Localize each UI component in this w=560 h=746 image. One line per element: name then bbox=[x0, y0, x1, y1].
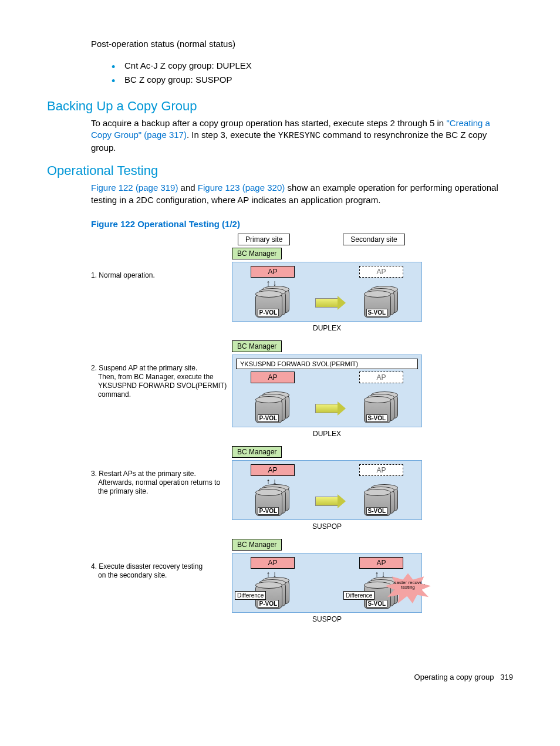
ap-secondary: AP bbox=[359, 464, 403, 476]
bc-manager-label: BC Manager bbox=[232, 446, 282, 458]
ap-secondary-active: AP bbox=[359, 557, 403, 569]
flow-arrow-icon bbox=[315, 404, 339, 413]
heading-backing-up: Backing Up a Copy Group bbox=[47, 99, 513, 114]
figure-caption: Figure 122 Operational Testing (1/2) bbox=[91, 219, 513, 229]
bc-manager-label: BC Manager bbox=[232, 340, 282, 352]
diagram-step-3: AP ↑↓ P-VOL AP bbox=[232, 460, 422, 520]
ap-primary: AP bbox=[251, 372, 294, 383]
link-figure-123[interactable]: Figure 123 (page 320) bbox=[198, 183, 285, 193]
diagram-step-2: YKSUSPND FORWARD SVOL(PERMIT) AP P-VOL bbox=[232, 355, 422, 427]
pvol-icon: P-VOL bbox=[255, 288, 291, 318]
text: and bbox=[178, 183, 197, 193]
list-item: Cnt Ac-J Z copy group: DUPLEX bbox=[112, 59, 513, 73]
status-duplex: DUPLEX bbox=[232, 324, 422, 332]
svol-icon: S-VOL bbox=[364, 487, 399, 516]
status-suspop: SUSPOP bbox=[232, 615, 422, 623]
bc-manager-label: BC Manager bbox=[232, 248, 282, 259]
heading-operational-testing: Operational Testing bbox=[47, 163, 513, 178]
status-list: Cnt Ac-J Z copy group: DUPLEX BC Z copy … bbox=[47, 59, 513, 87]
post-op-status: Post-operation status (normal status) bbox=[91, 38, 513, 50]
flow-arrow-icon bbox=[315, 298, 339, 308]
diagram-step-4: AP ↑↓ Difference P-VOL AP ↑↓ bbox=[232, 553, 422, 613]
backing-up-paragraph: To acquire a backup after a copy group o… bbox=[91, 117, 513, 154]
difference-label: Difference bbox=[235, 591, 266, 600]
primary-site-header: Primary site bbox=[238, 234, 290, 245]
step-4-text: 4. Execute disaster recovery testing on … bbox=[91, 539, 232, 580]
status-suspop: SUSPOP bbox=[232, 522, 422, 531]
ap-secondary: AP bbox=[359, 266, 403, 278]
svol-icon: S-VOL bbox=[364, 288, 399, 318]
difference-label: Difference bbox=[343, 591, 375, 600]
command-bar: YKSUSPND FORWARD SVOL(PERMIT) bbox=[236, 359, 418, 369]
flow-arrow-icon bbox=[315, 497, 339, 506]
text: . In step 3, execute the bbox=[187, 130, 278, 140]
secondary-site-header: Secondary site bbox=[343, 234, 404, 245]
bc-manager-label: BC Manager bbox=[232, 539, 282, 551]
step-3-text: 3. Restart APs at the primary site. Afte… bbox=[91, 446, 232, 496]
footer-section: Operating a copy group bbox=[414, 673, 494, 681]
optest-paragraph: Figure 122 (page 319) and Figure 123 (pa… bbox=[91, 182, 513, 206]
ap-secondary: AP bbox=[359, 372, 403, 383]
list-item: BC Z copy group: SUSPOP bbox=[112, 73, 513, 87]
pvol-icon: P-VOL bbox=[255, 394, 291, 423]
ap-primary: AP bbox=[251, 464, 294, 476]
svol-icon: S-VOL bbox=[364, 394, 399, 423]
page-footer: Operating a copy group 319 bbox=[0, 673, 560, 681]
step-2-text: 2. Suspend AP at the primary site. Then,… bbox=[91, 340, 232, 399]
command-ykresync: YKRESYNC bbox=[278, 131, 321, 141]
status-duplex: DUPLEX bbox=[232, 430, 422, 438]
pvol-icon: P-VOL bbox=[255, 487, 291, 516]
figure-122: Primary site Secondary site 1. Normal op… bbox=[91, 234, 513, 623]
diagram-step-1: AP ↑↓ P-VOL AP bbox=[232, 262, 422, 322]
ap-primary: AP bbox=[251, 557, 294, 569]
footer-page-number: 319 bbox=[500, 673, 513, 681]
ap-primary: AP bbox=[251, 266, 294, 278]
text: To acquire a backup after a copy group o… bbox=[91, 118, 446, 128]
link-figure-122[interactable]: Figure 122 (page 319) bbox=[91, 183, 178, 193]
step-1-text: 1. Normal operation. bbox=[91, 248, 232, 280]
